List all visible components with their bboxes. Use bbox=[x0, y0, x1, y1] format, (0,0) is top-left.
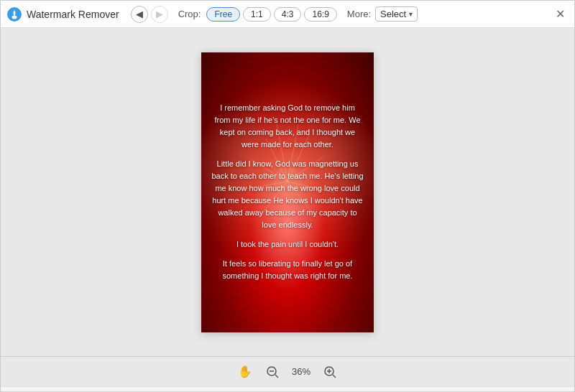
crop-1-1-button[interactable]: 1:1 bbox=[243, 7, 271, 22]
image-para-1: I remember asking God to remove him from… bbox=[211, 102, 364, 151]
svg-line-17 bbox=[333, 375, 336, 378]
bottom-toolbar: ✋ 36% bbox=[1, 356, 574, 386]
svg-line-14 bbox=[275, 375, 278, 378]
crop-free-button[interactable]: Free bbox=[206, 7, 240, 22]
zoom-out-icon[interactable] bbox=[264, 364, 280, 380]
canvas-area: I remember asking God to remove him from… bbox=[1, 28, 574, 356]
close-button[interactable]: ✕ bbox=[553, 7, 567, 22]
back-nav-button[interactable]: ◀ bbox=[131, 6, 148, 23]
image-para-3: I took the pain until I couldn't. bbox=[211, 238, 364, 251]
more-label: More: bbox=[347, 9, 371, 19]
logo-area: Watermark Remover bbox=[6, 6, 119, 22]
select-label: Select bbox=[380, 9, 406, 19]
image-para-4: It feels so liberating to finally let go… bbox=[211, 258, 364, 282]
image-inner: I remember asking God to remove him from… bbox=[201, 52, 374, 332]
svg-point-1 bbox=[12, 15, 17, 19]
crop-16-9-button[interactable]: 16:9 bbox=[304, 7, 336, 22]
crop-label: Crop: bbox=[178, 9, 201, 19]
app-title: Watermark Remover bbox=[27, 9, 119, 20]
chevron-down-icon: ▾ bbox=[409, 10, 413, 18]
crop-4-3-button[interactable]: 4:3 bbox=[274, 7, 302, 22]
zoom-in-icon[interactable] bbox=[322, 364, 338, 380]
select-dropdown[interactable]: Select ▾ bbox=[375, 6, 418, 22]
titlebar: Watermark Remover ◀ ▶ Crop: Free 1:1 4:3… bbox=[1, 1, 574, 28]
image-para-2: Little did I know, God was magnetting us… bbox=[211, 158, 364, 231]
app-logo-icon bbox=[6, 6, 22, 22]
crop-buttons: Free 1:1 4:3 16:9 bbox=[206, 7, 336, 22]
footer: New Image Back Save bbox=[1, 386, 574, 392]
image-container: I remember asking God to remove him from… bbox=[201, 52, 374, 332]
zoom-percent: 36% bbox=[292, 366, 310, 377]
forward-nav-button[interactable]: ▶ bbox=[151, 6, 168, 23]
image-text: I remember asking God to remove him from… bbox=[201, 95, 374, 290]
hand-tool-icon[interactable]: ✋ bbox=[237, 364, 253, 380]
nav-buttons: ◀ ▶ bbox=[131, 6, 168, 23]
